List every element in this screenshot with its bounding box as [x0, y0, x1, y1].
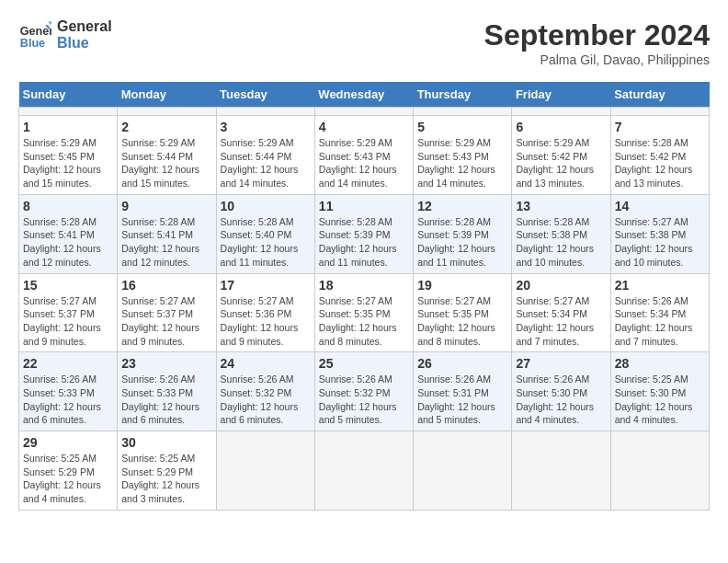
- day-detail: Sunrise: 5:29 AMSunset: 5:45 PMDaylight:…: [23, 136, 113, 190]
- day-detail: Sunrise: 5:27 AMSunset: 5:35 PMDaylight:…: [319, 294, 409, 349]
- day-number: 14: [615, 199, 705, 213]
- weekday-header-row: SundayMondayTuesdayWednesdayThursdayFrid…: [19, 82, 710, 108]
- calendar-cell: 4Sunrise: 5:29 AMSunset: 5:43 PMDaylight…: [314, 116, 413, 195]
- day-number: 24: [221, 356, 311, 371]
- calendar-cell: 7Sunrise: 5:28 AMSunset: 5:42 PMDaylight…: [610, 116, 709, 195]
- calendar-cell: 24Sunrise: 5:26 AMSunset: 5:32 PMDayligh…: [216, 352, 314, 431]
- day-number: 17: [221, 278, 311, 293]
- title-section: September 2024 Palma Gil, Davao, Philipp…: [484, 18, 710, 67]
- day-detail: Sunrise: 5:26 AMSunset: 5:33 PMDaylight:…: [121, 373, 211, 427]
- day-number: 1: [23, 120, 113, 134]
- location: Palma Gil, Davao, Philippines: [484, 52, 710, 67]
- day-detail: Sunrise: 5:26 AMSunset: 5:34 PMDaylight:…: [615, 294, 705, 349]
- day-number: 26: [417, 356, 507, 371]
- calendar-cell: 13Sunrise: 5:28 AMSunset: 5:38 PMDayligh…: [512, 194, 610, 273]
- day-detail: Sunrise: 5:27 AMSunset: 5:38 PMDaylight:…: [615, 215, 705, 270]
- calendar-cell: [216, 431, 314, 511]
- day-number: 23: [121, 356, 211, 371]
- header-friday: Friday: [512, 82, 610, 108]
- day-number: 3: [221, 120, 311, 134]
- day-detail: Sunrise: 5:25 AMSunset: 5:29 PMDaylight:…: [121, 452, 211, 506]
- day-detail: Sunrise: 5:28 AMSunset: 5:40 PMDaylight:…: [221, 215, 311, 270]
- day-number: 9: [121, 199, 211, 213]
- day-detail: Sunrise: 5:28 AMSunset: 5:42 PMDaylight:…: [615, 136, 705, 190]
- calendar-cell: 11Sunrise: 5:28 AMSunset: 5:39 PMDayligh…: [314, 194, 413, 273]
- day-detail: Sunrise: 5:27 AMSunset: 5:37 PMDaylight:…: [23, 294, 113, 349]
- header-saturday: Saturday: [610, 82, 709, 108]
- day-number: 22: [23, 356, 113, 371]
- day-number: 7: [615, 120, 705, 134]
- calendar-cell: [314, 108, 413, 116]
- calendar-cell: [19, 108, 118, 116]
- day-detail: Sunrise: 5:28 AMSunset: 5:39 PMDaylight:…: [417, 215, 507, 270]
- calendar-cell: 8Sunrise: 5:28 AMSunset: 5:41 PMDaylight…: [19, 194, 118, 273]
- day-detail: Sunrise: 5:25 AMSunset: 5:30 PMDaylight:…: [615, 373, 705, 427]
- calendar-cell: [414, 431, 512, 511]
- day-number: 28: [615, 356, 705, 371]
- day-number: 21: [615, 278, 705, 293]
- calendar-cell: 5Sunrise: 5:29 AMSunset: 5:43 PMDaylight…: [414, 116, 512, 195]
- week-row-4: 22Sunrise: 5:26 AMSunset: 5:33 PMDayligh…: [19, 352, 710, 431]
- calendar-cell: [512, 108, 610, 116]
- day-detail: Sunrise: 5:26 AMSunset: 5:30 PMDaylight:…: [516, 373, 606, 427]
- week-row-0: [19, 108, 710, 116]
- page-header: General Blue General Blue September 2024…: [18, 18, 710, 67]
- calendar-cell: 19Sunrise: 5:27 AMSunset: 5:35 PMDayligh…: [414, 273, 512, 352]
- day-detail: Sunrise: 5:28 AMSunset: 5:38 PMDaylight:…: [516, 215, 606, 270]
- calendar-cell: 16Sunrise: 5:27 AMSunset: 5:37 PMDayligh…: [118, 273, 216, 352]
- logo: General Blue General Blue: [18, 18, 112, 52]
- calendar-cell: [610, 108, 709, 116]
- day-detail: Sunrise: 5:27 AMSunset: 5:34 PMDaylight:…: [516, 294, 606, 349]
- day-detail: Sunrise: 5:25 AMSunset: 5:29 PMDaylight:…: [23, 452, 113, 506]
- calendar-cell: [314, 431, 413, 511]
- calendar-cell: [414, 108, 512, 116]
- calendar-cell: [216, 108, 314, 116]
- day-number: 30: [121, 435, 211, 450]
- week-row-2: 8Sunrise: 5:28 AMSunset: 5:41 PMDaylight…: [19, 194, 710, 273]
- calendar-cell: 15Sunrise: 5:27 AMSunset: 5:37 PMDayligh…: [19, 273, 118, 352]
- day-number: 6: [516, 120, 606, 134]
- day-number: 10: [221, 199, 311, 213]
- header-thursday: Thursday: [414, 82, 512, 108]
- calendar-cell: 21Sunrise: 5:26 AMSunset: 5:34 PMDayligh…: [610, 273, 709, 352]
- day-number: 12: [417, 199, 507, 213]
- calendar-cell: 23Sunrise: 5:26 AMSunset: 5:33 PMDayligh…: [118, 352, 216, 431]
- calendar-cell: [118, 108, 216, 116]
- week-row-1: 1Sunrise: 5:29 AMSunset: 5:45 PMDaylight…: [19, 116, 710, 195]
- calendar-cell: 2Sunrise: 5:29 AMSunset: 5:44 PMDaylight…: [118, 116, 216, 195]
- day-detail: Sunrise: 5:28 AMSunset: 5:41 PMDaylight:…: [23, 215, 113, 270]
- day-number: 5: [417, 120, 507, 134]
- calendar-cell: 26Sunrise: 5:26 AMSunset: 5:31 PMDayligh…: [414, 352, 512, 431]
- day-number: 18: [319, 278, 409, 293]
- day-number: 2: [121, 120, 211, 134]
- day-number: 25: [319, 356, 409, 371]
- calendar-cell: 3Sunrise: 5:29 AMSunset: 5:44 PMDaylight…: [216, 116, 314, 195]
- calendar-cell: 18Sunrise: 5:27 AMSunset: 5:35 PMDayligh…: [314, 273, 413, 352]
- calendar-cell: 10Sunrise: 5:28 AMSunset: 5:40 PMDayligh…: [216, 194, 314, 273]
- calendar-cell: [610, 431, 709, 511]
- svg-text:Blue: Blue: [20, 37, 45, 50]
- day-detail: Sunrise: 5:28 AMSunset: 5:39 PMDaylight:…: [319, 215, 409, 270]
- calendar-table: SundayMondayTuesdayWednesdayThursdayFrid…: [18, 82, 710, 511]
- day-number: 16: [121, 278, 211, 293]
- day-number: 20: [516, 278, 606, 293]
- calendar-cell: 20Sunrise: 5:27 AMSunset: 5:34 PMDayligh…: [512, 273, 610, 352]
- day-detail: Sunrise: 5:29 AMSunset: 5:42 PMDaylight:…: [516, 136, 606, 190]
- week-row-5: 29Sunrise: 5:25 AMSunset: 5:29 PMDayligh…: [19, 431, 710, 511]
- day-detail: Sunrise: 5:29 AMSunset: 5:43 PMDaylight:…: [417, 136, 507, 190]
- week-row-3: 15Sunrise: 5:27 AMSunset: 5:37 PMDayligh…: [19, 273, 710, 352]
- day-number: 11: [319, 199, 409, 213]
- day-detail: Sunrise: 5:26 AMSunset: 5:32 PMDaylight:…: [319, 373, 409, 427]
- day-number: 8: [23, 199, 113, 213]
- day-detail: Sunrise: 5:27 AMSunset: 5:35 PMDaylight:…: [417, 294, 507, 349]
- header-sunday: Sunday: [19, 82, 118, 108]
- calendar-cell: 30Sunrise: 5:25 AMSunset: 5:29 PMDayligh…: [118, 431, 216, 511]
- calendar-cell: 17Sunrise: 5:27 AMSunset: 5:36 PMDayligh…: [216, 273, 314, 352]
- day-detail: Sunrise: 5:27 AMSunset: 5:37 PMDaylight:…: [121, 294, 211, 349]
- calendar-cell: 6Sunrise: 5:29 AMSunset: 5:42 PMDaylight…: [512, 116, 610, 195]
- day-number: 29: [23, 435, 113, 450]
- header-tuesday: Tuesday: [216, 82, 314, 108]
- calendar-cell: 27Sunrise: 5:26 AMSunset: 5:30 PMDayligh…: [512, 352, 610, 431]
- calendar-cell: [512, 431, 610, 511]
- day-detail: Sunrise: 5:26 AMSunset: 5:32 PMDaylight:…: [221, 373, 311, 427]
